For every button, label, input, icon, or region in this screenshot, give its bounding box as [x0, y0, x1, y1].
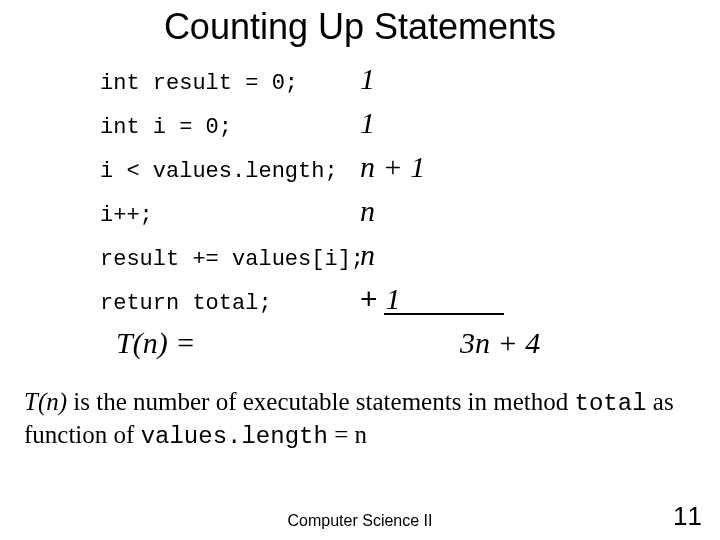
- plus-sign: +: [360, 282, 378, 315]
- table-row: int i = 0; 1: [100, 106, 720, 146]
- tn-result: 3n + 4: [460, 326, 540, 360]
- underline: 1: [384, 282, 504, 315]
- method-name: total: [575, 390, 647, 417]
- result-row: T(n) = 3n + 4: [100, 326, 720, 360]
- table-row: i++; n: [100, 194, 720, 234]
- code-cell: i < values.length;: [100, 159, 360, 184]
- count-cell: 1: [360, 106, 375, 140]
- last-count: 1: [386, 282, 401, 315]
- slide-title: Counting Up Statements: [0, 6, 720, 48]
- explanation-text: T(n) is the number of executable stateme…: [0, 386, 720, 452]
- tn-label: T(n) =: [100, 326, 460, 360]
- table-row-last: return total; +1: [100, 282, 720, 322]
- code-cell: return total;: [100, 291, 360, 316]
- explain-text-3: = n: [328, 421, 367, 448]
- footer-text: Computer Science II: [0, 512, 720, 530]
- tn-lhs: T(n) =: [116, 326, 195, 359]
- explain-text-1: is the number of executable statements i…: [67, 388, 575, 415]
- tn-symbol: T(n): [24, 388, 67, 415]
- statement-table: int result = 0; 1 int i = 0; 1 i < value…: [0, 62, 720, 360]
- count-cell: n + 1: [360, 150, 425, 184]
- page-number: 11: [673, 501, 702, 532]
- code-cell: i++;: [100, 203, 360, 228]
- count-cell: n: [360, 194, 375, 228]
- code-cell: int i = 0;: [100, 115, 360, 140]
- table-row: i < values.length; n + 1: [100, 150, 720, 190]
- table-row: result += values[i]; n: [100, 238, 720, 278]
- var-name: values.length: [141, 423, 328, 450]
- code-cell: result += values[i];: [100, 247, 360, 272]
- count-cell: +1: [360, 282, 504, 316]
- code-cell: int result = 0;: [100, 71, 360, 96]
- count-cell: n: [360, 238, 375, 272]
- table-row: int result = 0; 1: [100, 62, 720, 102]
- count-cell: 1: [360, 62, 375, 96]
